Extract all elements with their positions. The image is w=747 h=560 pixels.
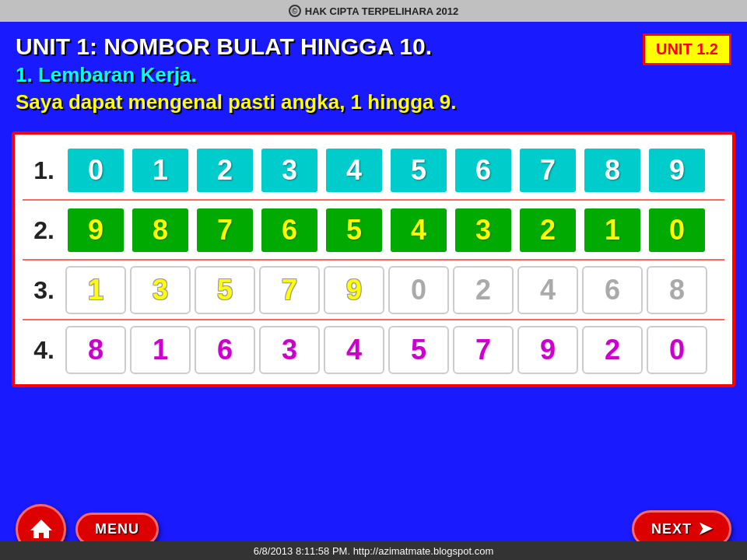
num-cell-r4-c1: 8 (65, 326, 126, 374)
num-cell-r3-c2: 3 (130, 266, 191, 314)
num-cell-r4-c2: 1 (130, 326, 191, 374)
num-cell-r4-c10: 0 (647, 326, 707, 374)
num-cell-r4-c7: 7 (453, 326, 514, 374)
num-cell-r2-c7: 3 (453, 206, 514, 254)
num-cell-r4-c6: 5 (388, 326, 449, 374)
top-bar: © HAK CIPTA TERPELIHARA 2012 (0, 0, 747, 22)
number-cells-4: 8163457920 (65, 326, 724, 374)
main-content: UNIT 1: NOMBOR BULAT HINGGA 10. 1. Lemba… (0, 22, 747, 122)
row-label-2: 2. (23, 216, 65, 245)
next-label: NEXT (651, 521, 692, 537)
num-cell-r2-c9: 1 (582, 206, 643, 254)
num-cell-r1-c8: 7 (517, 146, 578, 194)
status-bar: 6/8/2013 8:11:58 PM. http://azimatmate.b… (0, 541, 747, 560)
num-cell-r2-c2: 8 (130, 206, 191, 254)
grid-row-2: 2.9876543210 (23, 205, 724, 261)
unit-badge: UNIT 1.2 (643, 33, 731, 65)
num-cell-r4-c5: 4 (324, 326, 384, 374)
num-cell-r3-c4: 7 (259, 266, 320, 314)
num-cell-r2-c10: 0 (647, 206, 707, 254)
num-cell-r1-c6: 5 (388, 146, 449, 194)
copyright-text: HAK CIPTA TERPELIHARA 2012 (305, 5, 458, 17)
row-label-4: 4. (23, 336, 65, 365)
num-cell-r4-c3: 6 (195, 326, 255, 374)
copyright-icon: © (289, 5, 301, 17)
number-grid: 1.01234567892.98765432103.13579024684.81… (12, 131, 735, 387)
num-cell-r1-c2: 1 (130, 146, 191, 194)
number-cells-3: 1357902468 (65, 266, 724, 314)
num-cell-r3-c8: 4 (517, 266, 578, 314)
num-cell-r1-c9: 8 (582, 146, 643, 194)
num-cell-r3-c10: 8 (647, 266, 707, 314)
num-cell-r2-c5: 5 (324, 206, 384, 254)
num-cell-r3-c5: 9 (324, 266, 384, 314)
num-cell-r4-c8: 9 (517, 326, 578, 374)
num-cell-r3-c7: 2 (453, 266, 514, 314)
grid-row-4: 4.8163457920 (23, 324, 724, 374)
num-cell-r3-c6: 0 (388, 266, 449, 314)
num-cell-r4-c4: 3 (259, 326, 320, 374)
grid-row-3: 3.1357902468 (23, 264, 724, 320)
number-cells-1: 0123456789 (65, 146, 724, 194)
num-cell-r4-c9: 2 (582, 326, 643, 374)
number-cells-2: 9876543210 (65, 206, 724, 254)
num-cell-r1-c4: 3 (259, 146, 320, 194)
menu-label: MENU (95, 521, 139, 537)
num-cell-r3-c9: 6 (582, 266, 643, 314)
grid-row-1: 1.0123456789 (23, 145, 724, 201)
num-cell-r1-c3: 2 (195, 146, 255, 194)
num-cell-r3-c1: 1 (65, 266, 126, 314)
row-label-3: 3. (23, 276, 65, 305)
num-cell-r3-c3: 5 (195, 266, 255, 314)
arrow-right-icon: ➤ (698, 519, 712, 539)
title-line2: 1. Lembaran Kerja. (16, 63, 731, 87)
datetime-text: 6/8/2013 8:11:58 PM. http://azimatmate.b… (254, 545, 494, 557)
home-icon (29, 518, 54, 540)
num-cell-r1-c7: 6 (453, 146, 514, 194)
num-cell-r1-c5: 4 (324, 146, 384, 194)
num-cell-r1-c10: 9 (647, 146, 707, 194)
title-line3: Saya dapat mengenal pasti angka, 1 hingg… (16, 90, 731, 114)
num-cell-r2-c4: 6 (259, 206, 320, 254)
svg-marker-0 (30, 520, 52, 538)
num-cell-r2-c3: 7 (195, 206, 255, 254)
num-cell-r2-c6: 4 (388, 206, 449, 254)
title-line1: UNIT 1: NOMBOR BULAT HINGGA 10. (16, 33, 731, 60)
num-cell-r2-c8: 2 (517, 206, 578, 254)
row-label-1: 1. (23, 156, 65, 185)
num-cell-r2-c1: 9 (65, 206, 126, 254)
num-cell-r1-c1: 0 (65, 146, 126, 194)
